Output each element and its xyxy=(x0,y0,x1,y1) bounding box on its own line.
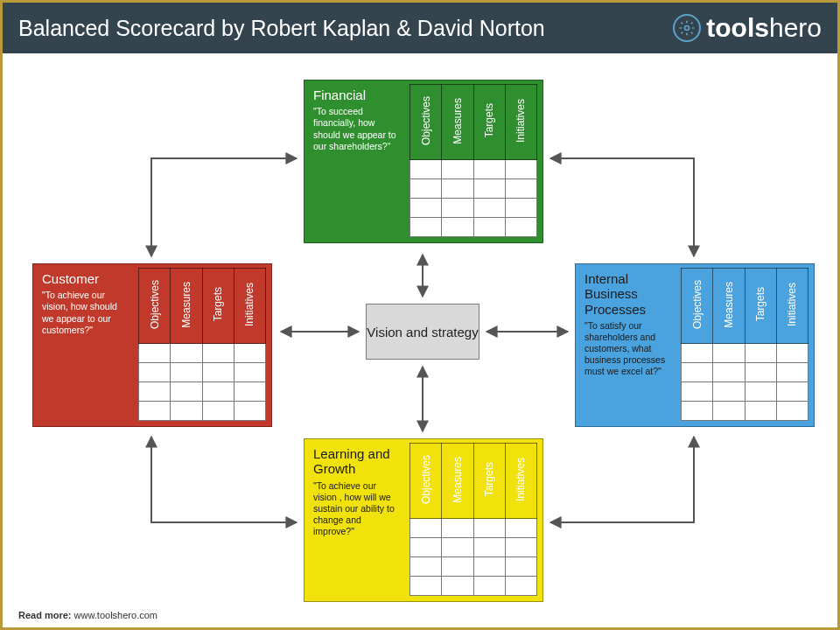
col-initiatives: Initiatives xyxy=(514,458,527,501)
footer: Read more: www.toolshero.com xyxy=(18,610,158,620)
page-title: Balanced Scorecard by Robert Kaplan & Da… xyxy=(18,16,545,41)
col-initiatives: Initiatives xyxy=(514,99,527,143)
col-objectives: Objectives xyxy=(149,280,161,329)
col-initiatives: Initiatives xyxy=(786,283,798,326)
brand-bold: tools xyxy=(706,13,769,42)
diagram-canvas: Vision and strategy Financial "To succee… xyxy=(3,53,837,629)
card-grid: Objectives Measures Targets Initiatives xyxy=(408,80,542,242)
card-grid: Objectives Measures Targets Initiatives xyxy=(136,264,271,426)
card-learning-growth: Learning and Growth "To achieve our visi… xyxy=(304,438,543,602)
header: Balanced Scorecard by Robert Kaplan & Da… xyxy=(3,3,837,53)
card-internal-business-processes: Internal Business Processes "To satisfy … xyxy=(575,263,815,427)
card-question: "To succeed financially, how should we a… xyxy=(313,106,401,152)
hub-label: Vision and strategy xyxy=(367,325,478,340)
card-title: Internal Business Processes xyxy=(584,271,672,317)
card-grid: Objectives Measures Targets Initiatives xyxy=(408,439,542,601)
col-objectives: Objectives xyxy=(420,455,432,504)
col-measures: Measures xyxy=(723,282,735,328)
card-grid: Objectives Measures Targets Initiatives xyxy=(679,264,814,426)
brand-logo: toolshero xyxy=(673,13,822,43)
brand-thin: hero xyxy=(769,13,822,42)
hub-vision-strategy: Vision and strategy xyxy=(366,304,480,360)
col-measures: Measures xyxy=(452,98,464,144)
card-title: Customer xyxy=(42,271,130,286)
svg-point-0 xyxy=(685,26,690,31)
col-targets: Targets xyxy=(754,287,766,321)
card-question: "To achieve our vision, how should we ap… xyxy=(42,290,130,336)
col-targets: Targets xyxy=(483,462,495,496)
col-measures: Measures xyxy=(180,282,192,328)
footer-label: Read more: xyxy=(18,610,72,620)
footer-url: www.toolshero.com xyxy=(74,610,158,620)
col-measures: Measures xyxy=(452,457,464,503)
card-title: Learning and Growth xyxy=(313,446,401,477)
col-targets: Targets xyxy=(483,103,495,137)
col-objectives: Objectives xyxy=(691,280,704,329)
gear-icon xyxy=(673,14,701,42)
card-title: Financial xyxy=(313,88,401,102)
card-customer: Customer "To achieve our vision, how sho… xyxy=(32,263,272,427)
card-question: "To achieve our vision , how will we sus… xyxy=(313,480,401,538)
card-question: "To satisfy our shareholders and custome… xyxy=(584,320,672,378)
col-initiatives: Initiatives xyxy=(243,283,256,326)
card-financial: Financial "To succeed financially, how s… xyxy=(304,80,543,243)
col-targets: Targets xyxy=(212,287,224,321)
col-objectives: Objectives xyxy=(420,96,432,145)
